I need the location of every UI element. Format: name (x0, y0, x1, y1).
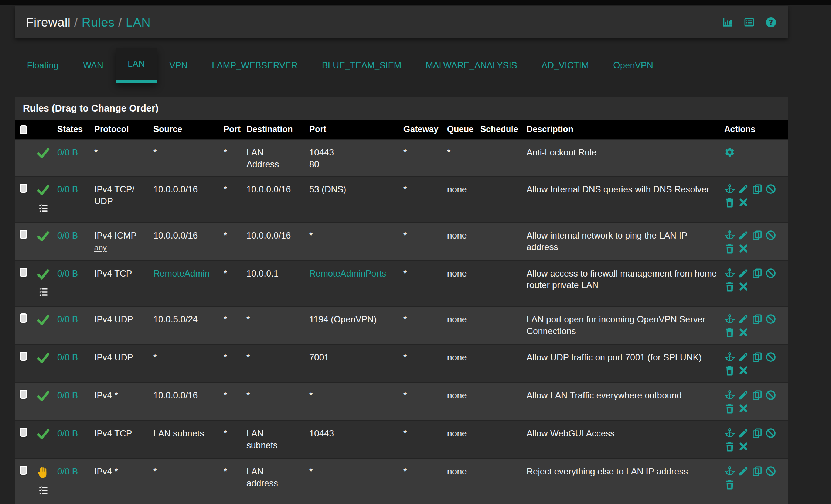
source-cell: 10.0.0.0/16 (150, 177, 220, 223)
ban-action-icon[interactable] (765, 352, 776, 363)
states-link[interactable]: 0/0 B (57, 352, 78, 362)
states-link[interactable]: 0/0 B (57, 390, 78, 400)
states-link[interactable]: 0/0 B (57, 314, 78, 324)
states-link[interactable]: 0/0 B (57, 466, 78, 476)
copy-action-icon[interactable] (752, 352, 763, 363)
copy-action-icon[interactable] (752, 230, 763, 241)
select-all-checkbox[interactable] (20, 125, 27, 134)
pass-check-icon[interactable] (37, 147, 50, 163)
queue-value: none (447, 428, 467, 438)
ban-action-icon[interactable] (765, 313, 776, 325)
anchor-action-icon[interactable] (724, 466, 735, 477)
x-action-icon[interactable] (738, 281, 749, 292)
copy-action-icon[interactable] (752, 268, 763, 279)
pass-check-icon[interactable] (37, 390, 50, 406)
source-port-value: * (224, 428, 227, 438)
states-cell: 0/0 B (54, 459, 91, 504)
trash-action-icon[interactable] (724, 327, 735, 338)
row-checkbox[interactable] (20, 352, 27, 361)
tab-vpn[interactable]: VPN (157, 48, 200, 83)
bar-chart-icon[interactable] (722, 17, 733, 28)
ban-action-icon[interactable] (765, 428, 776, 439)
pass-check-icon[interactable] (37, 184, 50, 200)
states-link[interactable]: 0/0 B (57, 268, 78, 278)
trash-action-icon[interactable] (724, 197, 735, 208)
gear-action-icon[interactable] (724, 147, 735, 158)
reject-hand-icon[interactable] (37, 466, 50, 482)
table-list-icon[interactable] (743, 17, 755, 28)
states-link[interactable]: 0/0 B (57, 184, 78, 194)
tab-ad_victim[interactable]: AD_VICTIM (529, 48, 601, 83)
trash-action-icon[interactable] (724, 403, 735, 414)
row-checkbox[interactable] (20, 268, 27, 277)
row-checkbox[interactable] (20, 466, 27, 475)
queue-cell: none (443, 177, 477, 223)
row-checkbox[interactable] (20, 428, 27, 437)
tab-floating[interactable]: Floating (15, 48, 71, 83)
x-action-icon[interactable] (738, 365, 749, 376)
pass-check-icon[interactable] (37, 313, 50, 330)
breadcrumb-item-lan[interactable]: LAN (126, 15, 151, 29)
tab-malware_analysis[interactable]: MALWARE_ANALYSIS (413, 48, 529, 83)
trash-action-icon[interactable] (724, 441, 735, 452)
pencil-action-icon[interactable] (738, 230, 749, 241)
tab-wan[interactable]: WAN (71, 48, 115, 83)
tab-blue_team_siem[interactable]: BLUE_TEAM_SIEM (310, 48, 413, 83)
copy-action-icon[interactable] (752, 428, 763, 439)
help-icon[interactable]: ? (765, 17, 777, 28)
source-value[interactable]: RemoteAdmin (153, 268, 210, 278)
x-action-icon[interactable] (738, 403, 749, 414)
anchor-action-icon[interactable] (724, 428, 735, 439)
pass-check-icon[interactable] (37, 428, 50, 444)
states-link[interactable]: 0/0 B (57, 147, 78, 157)
anchor-action-icon[interactable] (724, 313, 735, 325)
row-checkbox[interactable] (20, 230, 27, 239)
anchor-action-icon[interactable] (724, 184, 735, 195)
trash-action-icon[interactable] (724, 365, 735, 376)
copy-action-icon[interactable] (752, 466, 763, 477)
pencil-action-icon[interactable] (738, 352, 749, 363)
pencil-action-icon[interactable] (738, 428, 749, 439)
x-action-icon[interactable] (738, 197, 749, 208)
ban-action-icon[interactable] (765, 268, 776, 279)
x-action-icon[interactable] (738, 441, 749, 452)
ban-action-icon[interactable] (765, 184, 776, 195)
row-checkbox[interactable] (20, 313, 27, 323)
destination-port-value[interactable]: RemoteAdminPorts (309, 268, 386, 278)
pencil-action-icon[interactable] (738, 466, 749, 477)
x-action-icon[interactable] (738, 327, 749, 338)
copy-action-icon[interactable] (752, 390, 763, 401)
pencil-action-icon[interactable] (738, 390, 749, 401)
pass-check-icon[interactable] (37, 230, 50, 246)
pass-check-icon[interactable] (37, 268, 50, 284)
anchor-action-icon[interactable] (724, 230, 735, 241)
row-state-cell (31, 345, 54, 383)
destination-cell: * (243, 307, 306, 345)
ban-action-icon[interactable] (765, 230, 776, 241)
anchor-action-icon[interactable] (724, 268, 735, 279)
row-checkbox[interactable] (20, 184, 27, 193)
pencil-action-icon[interactable] (738, 268, 749, 279)
source-value: 10.0.0.0/16 (153, 184, 198, 194)
anchor-action-icon[interactable] (724, 352, 735, 363)
x-action-icon[interactable] (738, 243, 749, 254)
tab-lamp_webserver[interactable]: LAMP_WEBSERVER (200, 48, 310, 83)
breadcrumb-item-rules[interactable]: Rules (82, 15, 115, 29)
anchor-action-icon[interactable] (724, 390, 735, 401)
pass-check-icon[interactable] (37, 352, 50, 368)
ban-action-icon[interactable] (765, 390, 776, 401)
tab-lan[interactable]: LAN (116, 48, 157, 83)
trash-action-icon[interactable] (724, 243, 735, 254)
ban-action-icon[interactable] (765, 466, 776, 477)
trash-action-icon[interactable] (724, 479, 735, 490)
pencil-action-icon[interactable] (738, 184, 749, 195)
tab-openvpn[interactable]: OpenVPN (601, 48, 665, 83)
states-link[interactable]: 0/0 B (57, 428, 78, 438)
rules-panel: Rules (Drag to Change Order) States Prot… (15, 97, 788, 504)
trash-action-icon[interactable] (724, 281, 735, 292)
row-checkbox[interactable] (20, 390, 27, 399)
copy-action-icon[interactable] (752, 313, 763, 325)
copy-action-icon[interactable] (752, 184, 763, 195)
pencil-action-icon[interactable] (738, 313, 749, 325)
states-link[interactable]: 0/0 B (57, 230, 78, 240)
